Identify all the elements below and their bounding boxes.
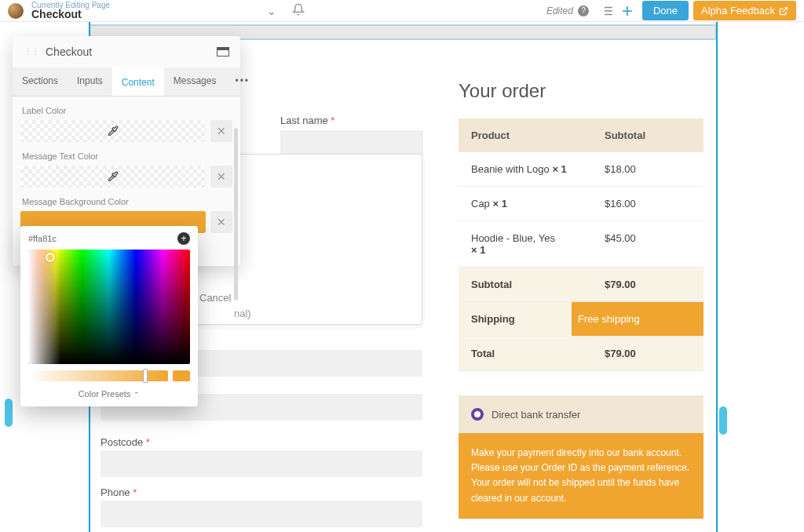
resize-handle-left[interactable] bbox=[5, 399, 13, 427]
order-row: Cap × 1 $16.00 bbox=[459, 187, 704, 221]
chevron-up-icon: ⌃ bbox=[133, 391, 140, 399]
eyedropper-icon[interactable] bbox=[108, 126, 119, 137]
panel-tabs: Sections Inputs Content Messages ••• bbox=[13, 67, 240, 97]
done-button[interactable]: Done bbox=[642, 1, 689, 20]
cancel-button[interactable]: Cancel bbox=[199, 292, 231, 304]
chevron-down-icon[interactable]: ⌄ bbox=[267, 5, 276, 17]
optional-suffix-text: nal) bbox=[234, 308, 251, 319]
plus-icon[interactable]: + bbox=[617, 1, 638, 21]
order-title: Your order bbox=[459, 80, 546, 102]
tab-inputs[interactable]: Inputs bbox=[68, 67, 112, 96]
phone-label: Phone * bbox=[100, 486, 137, 498]
order-table-header: Product Subtotal bbox=[459, 118, 704, 152]
spectrum-cursor[interactable] bbox=[46, 253, 55, 262]
clear-color-button[interactable]: ✕ bbox=[210, 120, 232, 142]
message-bg-color-label: Message Background Color bbox=[22, 197, 231, 206]
payment-box: Direct bank transfer Make your payment d… bbox=[459, 395, 704, 519]
payment-method-label: Direct bank transfer bbox=[492, 409, 580, 421]
scrollbar[interactable] bbox=[234, 128, 238, 301]
hex-input[interactable]: #ffa81c bbox=[28, 234, 171, 243]
resize-handle-right[interactable] bbox=[719, 406, 727, 435]
window-icon[interactable] bbox=[217, 47, 229, 56]
order-subtotal-row: Subtotal $79.00 bbox=[459, 268, 704, 302]
header-product: Product bbox=[471, 129, 605, 141]
radio-icon[interactable] bbox=[471, 408, 484, 421]
label-color-label: Label Color bbox=[22, 106, 231, 115]
edited-label: Edited bbox=[546, 5, 573, 16]
message-text-color-label: Message Text Color bbox=[22, 151, 231, 161]
order-total-row: Total $79.00 bbox=[459, 337, 704, 371]
clear-color-button[interactable]: ✕ bbox=[210, 166, 232, 188]
tab-content[interactable]: Content bbox=[112, 67, 164, 96]
alpha-feedback-button[interactable]: Alpha Feedback bbox=[693, 1, 796, 20]
order-shipping-row: Shipping Free shipping bbox=[459, 302, 704, 337]
bell-icon[interactable] bbox=[292, 3, 305, 19]
last-name-input[interactable] bbox=[280, 130, 423, 157]
selection-edge-right bbox=[716, 22, 718, 532]
external-link-icon bbox=[779, 6, 788, 16]
payment-option[interactable]: Direct bank transfer bbox=[459, 395, 704, 433]
color-presets-toggle[interactable]: Color Presets⌃ bbox=[20, 381, 198, 402]
add-preset-button[interactable]: + bbox=[177, 232, 190, 245]
tab-messages[interactable]: Messages bbox=[164, 67, 226, 96]
phone-input[interactable] bbox=[100, 501, 422, 527]
label-color-swatch[interactable] bbox=[20, 120, 206, 142]
order-table: Product Subtotal Beanie with Logo × 1 $1… bbox=[459, 118, 704, 371]
panel-title: Checkout bbox=[46, 46, 217, 58]
top-bar: Currently Editing Page Checkout ⌄ Edited… bbox=[0, 0, 804, 22]
panel-header[interactable]: ⋮⋮ Checkout bbox=[13, 36, 240, 67]
clear-color-button[interactable]: ✕ bbox=[210, 211, 232, 233]
tab-more[interactable]: ••• bbox=[225, 67, 259, 96]
order-row: Hoodie - Blue, Yes× 1 $45.00 bbox=[459, 221, 704, 268]
hue-slider[interactable] bbox=[28, 370, 168, 381]
help-icon[interactable]: ? bbox=[578, 5, 589, 16]
color-preview bbox=[173, 370, 190, 381]
postcode-label: Postcode * bbox=[100, 436, 150, 448]
list-icon[interactable] bbox=[597, 1, 617, 21]
payment-message: Make your payment directly into our bank… bbox=[459, 433, 704, 519]
app-logo bbox=[8, 3, 24, 19]
drag-handle-icon[interactable]: ⋮⋮ bbox=[24, 47, 39, 57]
color-picker: #ffa81c + Color Presets⌃ bbox=[20, 226, 198, 406]
alpha-label: Alpha Feedback bbox=[701, 5, 775, 16]
color-spectrum[interactable] bbox=[28, 250, 190, 364]
page-title: Checkout bbox=[31, 8, 110, 20]
tab-sections[interactable]: Sections bbox=[13, 67, 68, 96]
message-text-color-swatch[interactable] bbox=[20, 166, 206, 188]
header-subtotal: Subtotal bbox=[605, 129, 691, 141]
last-name-label: Last name * bbox=[280, 115, 334, 126]
order-row: Beanie with Logo × 1 $18.00 bbox=[459, 152, 704, 187]
postcode-input[interactable] bbox=[100, 450, 422, 477]
hue-handle[interactable] bbox=[143, 369, 148, 383]
svg-line-6 bbox=[783, 7, 788, 12]
eyedropper-icon[interactable] bbox=[108, 171, 119, 182]
